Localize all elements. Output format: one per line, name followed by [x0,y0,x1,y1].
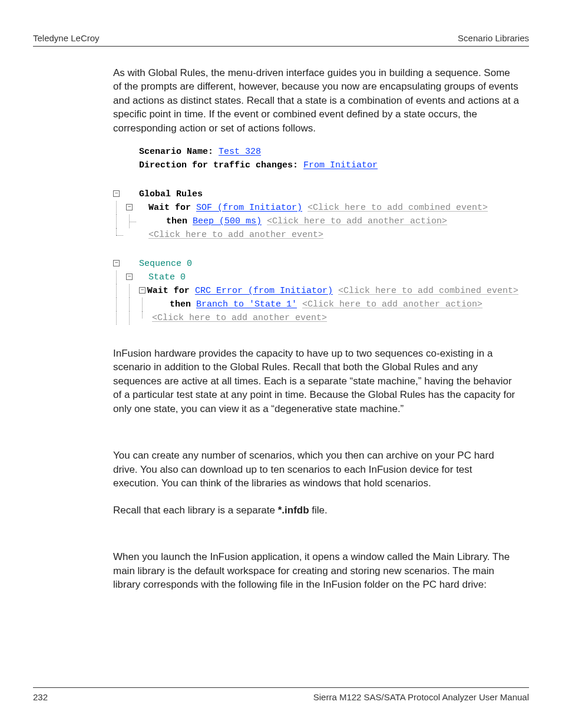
branch-action-link[interactable]: Branch to 'State 1' [196,299,297,309]
body-text: As with Global Rules, the menu-driven in… [113,66,520,148]
header-rule [33,46,529,47]
wait-for-label: Wait for [148,203,196,213]
collapse-icon[interactable]: − [113,190,120,197]
paragraph-2: InFusion hardware provides the capacity … [113,347,520,416]
global-rules-then-row: then Beep (500 ms) <Click here to add an… [112,215,518,228]
paragraph-4: Recall that each library is a separate *… [113,503,520,517]
body-text-lower: InFusion hardware provides the capacity … [113,347,520,604]
collapse-icon[interactable]: − [113,260,120,266]
direction-row: Direction for traffic changes: From Init… [112,159,518,172]
global-rules-label: Global Rules [139,187,203,201]
page-number: 232 [33,692,48,702]
page-footer: 232 Sierra M122 SAS/SATA Protocol Analyz… [33,692,529,702]
paragraph-4a: Recall that each library is a separate [113,505,278,516]
state-0-label: State 0 [139,271,186,284]
add-action-hint[interactable]: <Click here to add another action> [267,216,447,226]
direction-value[interactable]: From Initiator [303,160,378,170]
header-left: Teledyne LeCroy [33,33,100,43]
state-0-wait-row: − Wait for CRC Error (from Initiator) <C… [112,284,518,298]
add-combined-event-hint[interactable]: <Click here to add combined event> [308,203,488,213]
collapse-icon[interactable]: − [139,287,146,294]
beep-action-link[interactable]: Beep (500 ms) [193,216,262,226]
global-rules-header: − Global Rules [112,187,518,201]
then-label: then [166,216,193,226]
state-0-then-row: then Branch to 'State 1' <Click here to … [112,298,518,311]
paragraph-5: When you launch the InFusion application… [113,550,520,591]
wait-for-label: Wait for [147,286,195,296]
add-event-hint[interactable]: <Click here to add another event> [152,313,327,323]
header-right: Scenario Libraries [458,33,529,43]
scenario-name-label: Scenario Name: [139,147,219,157]
global-rules-add-event-row: <Click here to add another event> [112,228,518,242]
page: Teledyne LeCroy Scenario Libraries As wi… [0,0,562,728]
state-0-header: − State 0 [112,271,518,284]
infdb-extension: *.infdb [278,505,309,516]
add-action-hint[interactable]: <Click here to add another action> [302,299,482,309]
sequence-0-header: − Sequence 0 [112,257,518,271]
collapse-icon[interactable]: − [126,204,133,210]
scenario-name-row: Scenario Name: Test 328 [112,145,518,159]
then-label: then [170,299,196,309]
collapse-icon[interactable]: − [126,274,133,280]
scenario-name-value[interactable]: Test 328 [219,147,261,157]
sof-event-link[interactable]: SOF (from Initiator) [196,203,302,213]
paragraph-1: As with Global Rules, the menu-driven in… [113,66,520,135]
crc-error-link[interactable]: CRC Error (from Initiator) [195,286,333,296]
state-0-add-event-row: <Click here to add another event> [112,311,518,325]
footer-rule [33,687,529,688]
footer-title: Sierra M122 SAS/SATA Protocol Analyzer U… [313,692,529,702]
direction-label: Direction for traffic changes: [139,160,303,170]
paragraph-3: You can create any number of scenarios, … [113,449,520,490]
page-header: Teledyne LeCroy Scenario Libraries [33,33,529,43]
sequence-0-label: Sequence 0 [139,257,192,271]
add-combined-event-hint[interactable]: <Click here to add combined event> [338,286,518,296]
paragraph-4c: file. [309,505,328,516]
global-rules-wait-row: − Wait for SOF (from Initiator) <Click h… [112,201,518,215]
scenario-editor-figure: Scenario Name: Test 328 Direction for tr… [112,145,518,325]
add-event-hint[interactable]: <Click here to add another event> [148,230,323,240]
